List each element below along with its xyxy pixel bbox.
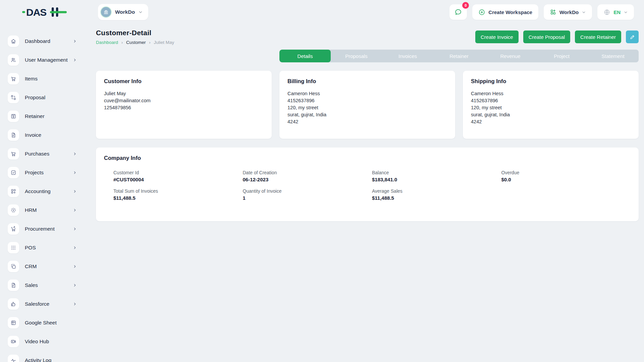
shipping-street: 120, my street [471, 104, 631, 111]
chevron-right-icon [72, 227, 77, 231]
cart-icon [8, 148, 19, 160]
customer-phone: 1254879856 [104, 104, 264, 111]
plus-circle-icon [478, 9, 485, 16]
file-icon [8, 129, 19, 141]
sidebar-item-video-hub[interactable]: Video Hub [0, 332, 86, 351]
sidebar-item-invoice[interactable]: Invoice [0, 126, 86, 144]
breadcrumb-separator: › [149, 40, 151, 45]
sidebar-item-google-sheet[interactable]: Google Sheet [0, 313, 86, 332]
breadcrumb-dashboard[interactable]: Dashboard [96, 40, 118, 45]
check-square-icon [8, 167, 19, 178]
breadcrumb-customer[interactable]: Customer [126, 40, 146, 45]
company-info-card: Company Info Customer Id #CUST00004 Date… [96, 147, 639, 221]
page-actions: Create Invoice Create Proposal Create Re… [475, 31, 639, 43]
shipping-info-lines: Cameron Hess 4152637896 120, my street s… [471, 90, 631, 125]
workdo-menu-button[interactable]: WorkDo [544, 4, 592, 20]
tab-revenue[interactable]: Revenue [485, 50, 536, 62]
stat-quantity-of-invoice: Quantity of Invoice 1 [243, 188, 372, 201]
billing-street: 120, my street [287, 104, 447, 111]
chevron-right-icon [72, 208, 77, 213]
chevron-right-icon [72, 245, 77, 250]
shipping-info-card: Shipping Info Cameron Hess 4152637896 12… [463, 71, 639, 139]
page-title-block: Customer-Detail Dashboard › Customer › J… [96, 29, 174, 45]
create-proposal-button[interactable]: Create Proposal [523, 31, 570, 43]
tab-details[interactable]: Details [279, 50, 331, 62]
sidebar-item-retainer[interactable]: Retainer [0, 107, 86, 126]
chevron-right-icon [72, 264, 77, 269]
chevron-down-icon [624, 10, 628, 14]
messages-count-badge: 0 [462, 2, 469, 9]
sidebar-item-projects[interactable]: Projects [0, 163, 86, 182]
chevron-right-icon [72, 189, 77, 194]
sidebar-item-pos[interactable]: POS [0, 238, 86, 257]
workspace-avatar [100, 6, 112, 18]
sidebar-item-proposal[interactable]: Proposal [0, 88, 86, 107]
workspace-selector[interactable]: WorkDo [98, 4, 148, 20]
stat-overdue: Overdue $0.0 [501, 170, 631, 182]
create-invoice-button[interactable]: Create Invoice [475, 31, 519, 43]
sidebar-item-items[interactable]: Items [0, 69, 86, 88]
sidebar-item-accounting[interactable]: Accounting [0, 182, 86, 201]
workspace-name: WorkDo [115, 9, 135, 15]
edit-customer-button[interactable] [626, 31, 639, 43]
breadcrumb-current-page: Juliet May [154, 40, 174, 45]
shipping-name: Cameron Hess [471, 90, 631, 97]
messages-button[interactable]: 0 [449, 4, 467, 20]
sidebar-item-procurement[interactable]: Procurement [0, 220, 86, 238]
copy-icon [8, 261, 19, 272]
chevron-right-icon [72, 58, 77, 62]
customer-info-title: Customer Info [104, 78, 264, 84]
sidebar-item-activity-log[interactable]: Activity Log [0, 351, 86, 362]
tab-proposals[interactable]: Proposals [331, 50, 382, 62]
shipping-phone: 4152637896 [471, 97, 631, 104]
shipping-city: surat, gujrat, India [471, 111, 631, 118]
billing-name: Cameron Hess [287, 90, 447, 97]
chevron-down-icon [582, 10, 586, 14]
breadcrumb-separator: › [121, 40, 123, 45]
cart-arrow-icon [8, 223, 19, 235]
tab-statement[interactable]: Statement [587, 50, 639, 62]
table-icon [8, 317, 19, 328]
info-cards-row: Customer Info Juliet May cuve@mailinator… [96, 71, 639, 139]
sidebar-item-hrm[interactable]: HRM [0, 201, 86, 220]
main-content: Customer-Detail Dashboard › Customer › J… [86, 24, 644, 362]
billing-city: surat, gujrat, India [287, 111, 447, 118]
detail-tabs: Details Proposals Invoices Retainer Reve… [279, 50, 639, 62]
globe-icon [603, 9, 610, 16]
page-header: Customer-Detail Dashboard › Customer › J… [96, 29, 639, 45]
video-camera-icon [8, 336, 19, 347]
top-header: DAS WorkDo [0, 0, 644, 24]
sidebar-item-crm[interactable]: CRM [0, 257, 86, 276]
sidebar-item-salesforce[interactable]: Salesforce [0, 295, 86, 313]
sidebar-item-sales[interactable]: Sales [0, 276, 86, 295]
route-squares-icon [8, 92, 19, 103]
page-title: Customer-Detail [96, 29, 174, 37]
language-selector[interactable]: EN [597, 4, 634, 20]
language-code: EN [613, 9, 621, 15]
create-workspace-button[interactable]: Create Workspace [472, 4, 538, 20]
sidebar-item-user-management[interactable]: User Management [0, 51, 86, 69]
tab-retainer[interactable]: Retainer [433, 50, 485, 62]
chevron-down-icon [138, 10, 143, 14]
company-stats-grid: Customer Id #CUST00004 Date of Creation … [113, 170, 631, 201]
chat-bubble-icon [454, 8, 462, 16]
customer-email: cuve@mailinator.com [104, 97, 264, 104]
building-icon [103, 9, 109, 15]
breadcrumb: Dashboard › Customer › Juliet May [96, 40, 174, 45]
home-icon [8, 36, 19, 47]
create-retainer-button[interactable]: Create Retainer [575, 31, 621, 43]
billing-info-card: Billing Info Cameron Hess 4152637896 120… [279, 71, 455, 139]
sidebar-item-purchases[interactable]: Purchases [0, 144, 86, 163]
company-info-title: Company Info [104, 155, 631, 161]
grid-plus-icon [550, 9, 556, 15]
tab-invoices[interactable]: Invoices [382, 50, 433, 62]
app-root: DAS WorkDo [0, 0, 644, 362]
brand-logo[interactable]: DAS [21, 5, 68, 19]
tab-project[interactable]: Project [536, 50, 587, 62]
cart-icon [8, 73, 19, 84]
svg-text:DAS: DAS [26, 7, 46, 18]
create-workspace-label: Create Workspace [488, 9, 532, 15]
sidebar-item-dashboard[interactable]: Dashboard [0, 32, 86, 51]
dots-grid-icon [8, 242, 19, 253]
chevron-right-icon [72, 302, 77, 306]
